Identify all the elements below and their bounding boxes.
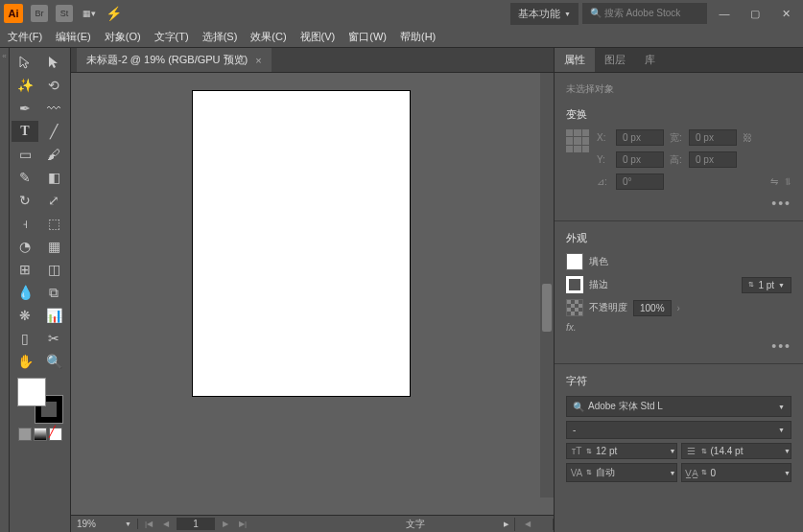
stroke-swatch[interactable] xyxy=(566,276,583,293)
nav-next[interactable]: ▶ xyxy=(219,519,232,530)
reference-point-icon[interactable] xyxy=(566,129,589,152)
slice-tool[interactable]: ✂ xyxy=(40,328,67,349)
page-number[interactable]: 1 xyxy=(177,518,215,530)
opacity-value[interactable]: 100% xyxy=(633,300,672,316)
transform-h[interactable] xyxy=(689,151,737,168)
eraser-tool[interactable]: ◧ xyxy=(40,167,67,188)
menu-select[interactable]: 选择(S) xyxy=(202,30,238,44)
canvas[interactable] xyxy=(71,73,554,515)
font-size[interactable]: тT⇅12 pt▼ xyxy=(566,443,677,459)
menu-view[interactable]: 视图(V) xyxy=(300,30,336,44)
pen-tool[interactable]: ✒ xyxy=(12,98,38,119)
type-tool[interactable]: T xyxy=(12,121,38,142)
transform-more[interactable]: ••• xyxy=(771,196,791,211)
arrange-icon[interactable]: ▦▾ xyxy=(81,5,98,22)
graph-tool[interactable]: 📊 xyxy=(40,305,67,326)
control-strip: « xyxy=(0,48,10,532)
transform-w[interactable] xyxy=(689,129,737,146)
tab-properties[interactable]: 属性 xyxy=(555,48,595,72)
line-tool[interactable]: ╱ xyxy=(40,121,67,142)
menu-window[interactable]: 窗口(W) xyxy=(348,30,387,44)
fx-label[interactable]: fx. xyxy=(566,322,577,333)
gradient-tool[interactable]: ◫ xyxy=(40,259,67,280)
menu-object[interactable]: 对象(O) xyxy=(105,30,141,44)
eyedropper-tool[interactable]: 💧 xyxy=(12,282,38,303)
kerning[interactable]: VA⇅自动▼ xyxy=(566,463,677,482)
tab-layers[interactable]: 图层 xyxy=(595,48,635,72)
stock-icon[interactable]: St xyxy=(56,5,73,22)
stock-search[interactable]: 🔍 搜索 Adobe Stock xyxy=(582,3,707,24)
zoom-level[interactable]: 19%▼ xyxy=(71,519,138,529)
gpu-icon[interactable]: ⚡ xyxy=(106,6,122,21)
menu-help[interactable]: 帮助(H) xyxy=(400,30,436,44)
opacity-swatch[interactable] xyxy=(566,299,583,316)
menu-edit[interactable]: 编辑(E) xyxy=(56,30,91,44)
zoom-tool[interactable]: 🔍 xyxy=(40,351,67,372)
stroke-weight[interactable]: ⇅1 pt▼ xyxy=(742,277,791,293)
document-tab[interactable]: 未标题-2 @ 19% (RGB/GPU 预览) × xyxy=(77,48,272,72)
color-mode-gradient[interactable] xyxy=(34,428,47,441)
minimize-button[interactable]: — xyxy=(711,4,738,23)
menu-type[interactable]: 文字(T) xyxy=(154,30,189,44)
menu-file[interactable]: 文件(F) xyxy=(8,30,42,44)
rotate-tool[interactable]: ↻ xyxy=(12,190,38,211)
leading[interactable]: ☰⇅(14.4 pt▼ xyxy=(681,443,792,459)
tab-close-button[interactable]: × xyxy=(255,55,261,66)
font-style-select[interactable]: -▼ xyxy=(566,421,791,439)
fill-stroke-swatch[interactable] xyxy=(17,378,63,424)
transform-x[interactable] xyxy=(616,129,664,146)
maximize-button[interactable]: ▢ xyxy=(742,4,768,23)
mesh-tool[interactable]: ⊞ xyxy=(12,259,38,280)
nav-prev[interactable]: ◀ xyxy=(159,519,173,530)
hand-tool[interactable]: ✋ xyxy=(12,351,38,372)
fill-swatch[interactable] xyxy=(566,253,583,270)
direct-selection-tool[interactable] xyxy=(40,52,67,73)
tab-libraries[interactable]: 库 xyxy=(635,48,665,72)
fill-color[interactable] xyxy=(17,378,46,406)
transform-y[interactable] xyxy=(616,151,664,168)
app-logo: Ai xyxy=(4,4,23,23)
nav-first[interactable]: |◀ xyxy=(142,519,155,530)
menu-bar: 文件(F) 编辑(E) 对象(O) 文字(T) 选择(S) 效果(C) 视图(V… xyxy=(0,27,803,48)
transform-angle[interactable] xyxy=(616,173,664,190)
font-family-select[interactable]: 🔍Adobe 宋体 Std L▼ xyxy=(566,396,791,417)
free-transform-tool[interactable]: ⬚ xyxy=(40,213,67,234)
selection-tool[interactable] xyxy=(12,52,38,73)
appearance-header: 外观 xyxy=(566,231,791,245)
status-context[interactable]: 文字▶ xyxy=(400,518,515,531)
paintbrush-tool[interactable]: 🖌 xyxy=(40,144,67,165)
flip-v-icon[interactable]: ⥮ xyxy=(784,176,791,187)
tracking[interactable]: V̲A̲⇅0▼ xyxy=(681,463,792,482)
character-header: 字符 xyxy=(566,374,791,388)
width-tool[interactable]: ⫞ xyxy=(12,213,38,234)
menu-effect[interactable]: 效果(C) xyxy=(250,30,286,44)
magic-wand-tool[interactable]: ✨ xyxy=(12,75,38,96)
nav-last[interactable]: ▶| xyxy=(236,519,249,530)
artboard[interactable] xyxy=(192,90,411,397)
perspective-tool[interactable]: ▦ xyxy=(40,236,67,257)
color-mode-none[interactable]: ╱ xyxy=(49,428,62,441)
transform-header: 变换 xyxy=(566,107,791,122)
link-icon[interactable]: ⛓ xyxy=(743,132,752,143)
rectangle-tool[interactable]: ▭ xyxy=(12,144,38,165)
flip-h-icon[interactable]: ⇋ xyxy=(770,176,778,187)
artboard-tool[interactable]: ▯ xyxy=(12,328,38,349)
workspace-switcher[interactable]: 基本功能▼ xyxy=(510,3,579,25)
no-selection-label: 未选择对象 xyxy=(566,82,791,96)
scale-tool[interactable]: ⤢ xyxy=(40,190,67,211)
lasso-tool[interactable]: ⟲ xyxy=(40,75,67,96)
bridge-icon[interactable]: Br xyxy=(31,5,48,22)
color-mode-solid[interactable] xyxy=(18,428,32,441)
shape-builder-tool[interactable]: ◔ xyxy=(12,236,38,257)
curvature-tool[interactable]: 〰 xyxy=(40,98,67,119)
blend-tool[interactable]: ⧉ xyxy=(40,282,67,303)
appearance-more[interactable]: ••• xyxy=(771,338,791,354)
close-button[interactable]: ✕ xyxy=(772,4,799,23)
symbol-sprayer-tool[interactable]: ❋ xyxy=(12,305,38,326)
toolbox: ✨ ⟲ ✒ 〰 T ╱ ▭ 🖌 ✎ ◧ ↻ ⤢ ⫞ ⬚ ◔ ▦ xyxy=(10,48,71,532)
vertical-scrollbar[interactable] xyxy=(540,73,554,497)
shaper-tool[interactable]: ✎ xyxy=(12,167,38,188)
